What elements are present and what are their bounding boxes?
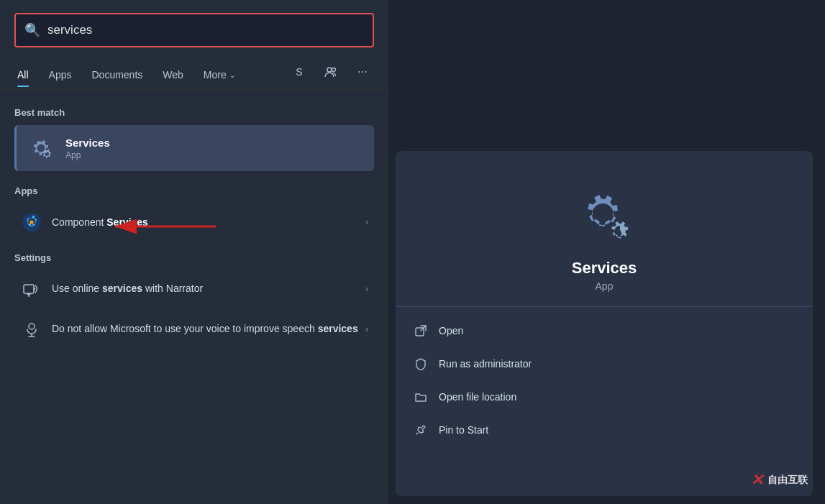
run-as-admin-action[interactable]: Run as administrator bbox=[396, 347, 813, 380]
pin-to-start-label: Pin to Start bbox=[439, 424, 488, 436]
tab-apps[interactable]: Apps bbox=[39, 63, 82, 86]
content-area: Best match Services App bbox=[0, 90, 388, 365]
chevron-down-icon: ⌄ bbox=[229, 71, 235, 79]
best-match-item[interactable]: Services App bbox=[14, 125, 374, 171]
svg-rect-4 bbox=[24, 285, 34, 293]
best-match-label: Best match bbox=[14, 107, 374, 118]
best-match-type: App bbox=[65, 150, 110, 160]
svg-line-13 bbox=[416, 433, 418, 434]
tab-all[interactable]: All bbox=[14, 63, 39, 86]
apps-section-label: Apps bbox=[14, 185, 374, 196]
component-services-item[interactable]: Component Services › bbox=[14, 203, 374, 241]
speech-chevron: › bbox=[365, 324, 368, 334]
open-label: Open bbox=[439, 325, 463, 336]
search-input[interactable] bbox=[47, 23, 364, 37]
open-file-location-label: Open file location bbox=[439, 391, 516, 403]
open-file-location-action[interactable]: Open file location bbox=[396, 380, 813, 413]
speech-icon bbox=[20, 318, 43, 341]
search-icon: 🔍 bbox=[24, 22, 40, 38]
watermark: ✕ 自由互联 bbox=[750, 471, 808, 490]
narrator-services-item[interactable]: Use online services with Narrator › bbox=[14, 270, 374, 308]
pin-to-start-action[interactable]: Pin to Start bbox=[396, 413, 813, 446]
narrator-text: Use online services with Narrator bbox=[52, 282, 365, 296]
tab-more[interactable]: More ⌄ bbox=[193, 63, 245, 86]
detail-icon-area bbox=[396, 151, 813, 259]
svg-point-3 bbox=[30, 221, 34, 224]
speech-services-item[interactable]: Do not allow Microsoft to use your voice… bbox=[14, 311, 374, 348]
narrator-chevron: › bbox=[365, 284, 368, 294]
speech-text: Do not allow Microsoft to use your voice… bbox=[52, 322, 365, 336]
search-panel: 🔍 All Apps Documents Web More ⌄ S ⋯ bbox=[0, 0, 388, 504]
detail-divider bbox=[396, 306, 813, 307]
people-icon-btn[interactable] bbox=[319, 60, 342, 83]
component-services-name: Component Services bbox=[52, 216, 365, 228]
tab-web[interactable]: Web bbox=[152, 63, 193, 86]
narrator-icon bbox=[20, 278, 43, 301]
best-match-info: Services App bbox=[65, 137, 110, 160]
svg-point-1 bbox=[332, 68, 336, 72]
svg-point-7 bbox=[29, 324, 35, 329]
svg-point-0 bbox=[327, 68, 332, 72]
search-box[interactable]: 🔍 bbox=[14, 13, 374, 47]
detail-panel: Services App Open Run as administrator O… bbox=[396, 151, 813, 496]
component-services-icon bbox=[20, 211, 43, 234]
pin-icon bbox=[413, 422, 429, 438]
best-match-name: Services bbox=[65, 137, 110, 149]
tab-icons: S ⋯ bbox=[288, 60, 374, 89]
shield-icon bbox=[413, 356, 429, 372]
more-options-btn[interactable]: ⋯ bbox=[351, 60, 374, 83]
watermark-x-icon: ✕ bbox=[750, 471, 763, 490]
watermark-text: 自由互联 bbox=[767, 474, 808, 487]
open-action[interactable]: Open bbox=[396, 314, 813, 347]
run-as-admin-label: Run as administrator bbox=[439, 358, 532, 370]
account-icon-btn[interactable]: S bbox=[288, 60, 311, 83]
detail-services-icon bbox=[575, 187, 633, 244]
detail-app-name: Services bbox=[396, 259, 813, 278]
folder-icon bbox=[413, 389, 429, 405]
component-services-chevron: › bbox=[365, 217, 368, 227]
detail-app-type: App bbox=[396, 280, 813, 292]
services-icon bbox=[27, 134, 55, 162]
settings-label: Settings bbox=[14, 252, 374, 263]
svg-rect-6 bbox=[28, 295, 29, 297]
svg-rect-5 bbox=[27, 293, 31, 295]
tab-documents[interactable]: Documents bbox=[81, 63, 152, 86]
filter-tabs: All Apps Documents Web More ⌄ S ⋯ bbox=[0, 53, 388, 90]
settings-section: Settings Use online services with Narrat… bbox=[14, 252, 374, 348]
open-icon bbox=[413, 323, 429, 339]
